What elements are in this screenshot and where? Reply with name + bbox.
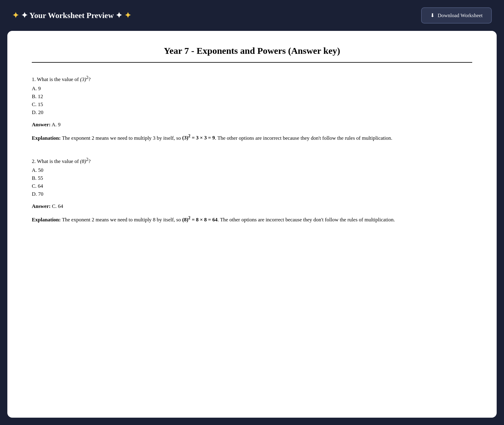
question-2-explanation: Explanation: The exponent 2 means we nee… (32, 214, 472, 224)
header-title-text: ✦ Your Worksheet Preview ✦ (21, 11, 123, 20)
question-1-block: 1. What is the value of (3)2? A. 9 B. 12… (32, 75, 472, 142)
app-header: ✦ ✦ Your Worksheet Preview ✦ ✦ ⬇ Downloa… (0, 0, 504, 31)
question-2-option-b: B. 55 (32, 175, 472, 181)
question-2-answer: Answer: C. 64 (32, 203, 472, 209)
question-2-text: 2. What is the value of (8)2? (32, 157, 472, 164)
title-divider (32, 62, 472, 63)
download-worksheet-button[interactable]: ⬇ Download Worksheet (421, 7, 492, 24)
question-2-option-d: D. 70 (32, 191, 472, 197)
question-1-explanation: Explanation: The exponent 2 means we nee… (32, 133, 472, 142)
main-content-area: Year 7 - Exponents and Powers (Answer ke… (7, 31, 497, 418)
question-2-block: 2. What is the value of (8)2? A. 50 B. 5… (32, 157, 472, 224)
download-button-label: Download Worksheet (438, 13, 483, 19)
question-1-text: 1. What is the value of (3)2? (32, 75, 472, 83)
question-2-option-c: C. 64 (32, 183, 472, 189)
question-1-answer: Answer: A. 9 (32, 122, 472, 128)
header-title: ✦ ✦ Your Worksheet Preview ✦ ✦ (12, 11, 131, 20)
question-1-option-b: B. 12 (32, 94, 472, 100)
sparkle-right-icon: ✦ (124, 11, 131, 20)
worksheet-container[interactable]: Year 7 - Exponents and Powers (Answer ke… (7, 31, 497, 418)
download-icon: ⬇ (430, 12, 435, 19)
question-2-option-a: A. 50 (32, 167, 472, 173)
worksheet-title: Year 7 - Exponents and Powers (Answer ke… (32, 46, 472, 56)
question-1-option-a: A. 9 (32, 86, 472, 92)
sparkle-left-icon: ✦ (12, 11, 19, 20)
question-1-option-d: D. 20 (32, 109, 472, 116)
question-1-option-c: C. 15 (32, 102, 472, 108)
